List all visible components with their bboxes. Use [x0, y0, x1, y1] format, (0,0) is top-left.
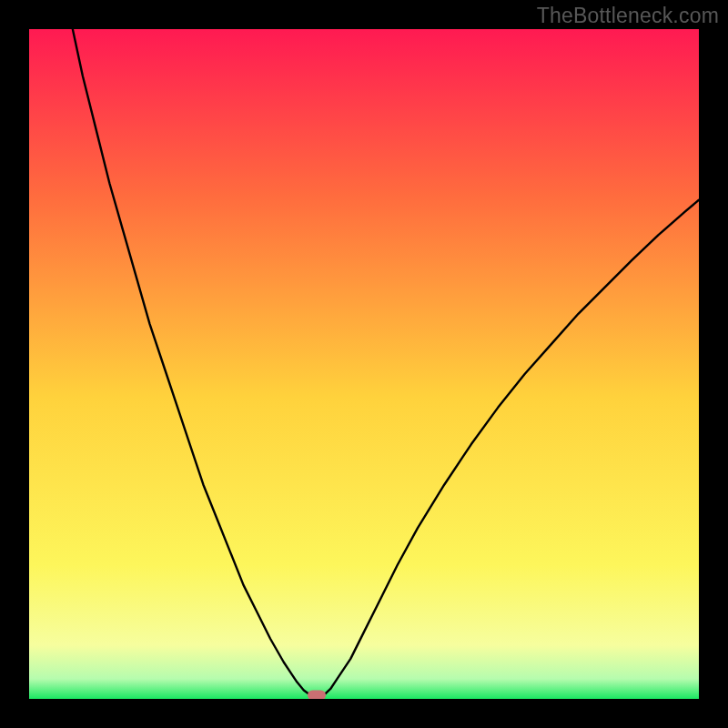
watermark: TheBottleneck.com [537, 4, 719, 28]
bottleneck-marker [308, 691, 326, 699]
curve-overlay [29, 29, 699, 699]
plot-area [29, 29, 699, 699]
frame: TheBottleneck.com [0, 0, 728, 728]
curve-right [324, 200, 699, 695]
curve-left [73, 29, 310, 695]
